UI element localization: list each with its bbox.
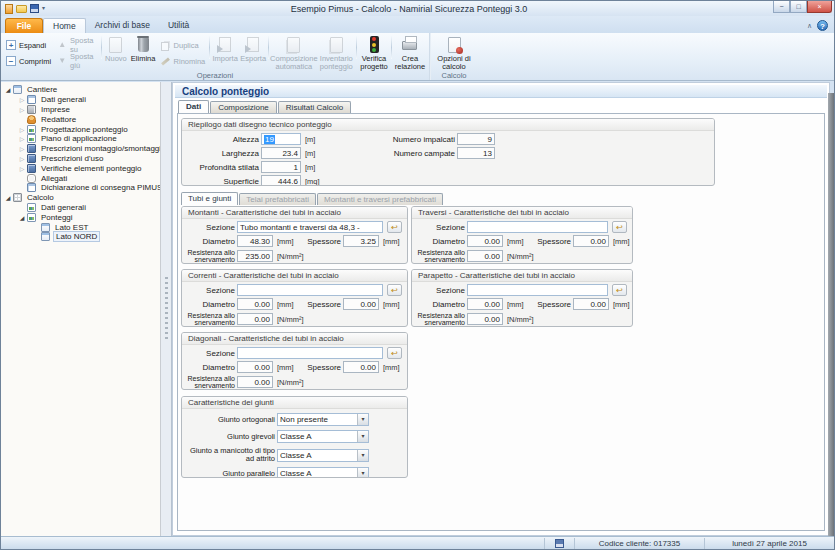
chevron-down-icon[interactable]: ▾ [357, 450, 368, 461]
save-icon[interactable] [30, 4, 39, 13]
campate-input[interactable]: 13 [457, 147, 495, 159]
panel-splitter[interactable] [161, 82, 172, 536]
comprimi-button[interactable]: − Comprimi [3, 54, 54, 68]
tree-item-calcolo[interactable]: ◢ Calcolo [1, 193, 160, 203]
spessore-input[interactable]: 0.00 [573, 235, 609, 247]
profondita-input[interactable]: 1 [261, 161, 301, 173]
diametro-input[interactable]: 0.00 [467, 235, 503, 247]
sposta-giu-button[interactable]: ▼ Sposta giù [54, 54, 100, 68]
diametro-input[interactable]: 0.00 [467, 298, 503, 310]
tab-home[interactable]: Home [43, 18, 86, 33]
tree-collapsed-icon[interactable]: ▷ [18, 126, 26, 133]
tree-collapsed-icon[interactable]: ▷ [18, 145, 26, 152]
sezione-picker-button[interactable]: ↩ [612, 221, 627, 233]
tree-item-progettazione-ponteggio[interactable]: ▷ Progettazione ponteggio [1, 124, 160, 134]
tab-risultati-calcolo[interactable]: Risultati Calcolo [278, 101, 351, 113]
crea-relazione-button[interactable]: Crea relazione [393, 34, 427, 71]
giunto-parallelo-select[interactable]: Classe A ▾ [277, 467, 369, 478]
snervamento-input[interactable]: 0.00 [237, 313, 273, 325]
snervamento-input[interactable]: 235.00 [237, 250, 273, 262]
tree-collapsed-icon[interactable]: ▷ [18, 135, 26, 142]
diametro-input[interactable]: 0.00 [237, 298, 273, 310]
importa-button[interactable]: Importa [211, 34, 239, 63]
tree-collapsed-icon[interactable]: ▷ [18, 165, 26, 172]
esporta-button[interactable]: Esporta [239, 34, 267, 63]
giunto-ortogonali-select[interactable]: Non presente ▾ [277, 413, 369, 426]
altezza-input[interactable]: 19 [261, 133, 301, 145]
sezione-input[interactable] [467, 284, 608, 296]
new-document-icon[interactable] [5, 4, 13, 14]
espandi-button[interactable]: + Espandi [3, 38, 54, 52]
snervamento-input[interactable]: 0.00 [467, 250, 503, 262]
tab-dati[interactable]: Dati [178, 100, 209, 113]
close-button[interactable]: × [807, 1, 832, 13]
spessore-input[interactable]: 0.00 [573, 298, 609, 310]
composizione-automatica-button[interactable]: Composizione automatica [270, 34, 318, 71]
snervamento-input[interactable]: 0.00 [237, 376, 273, 388]
ribbon-collapse-icon[interactable]: ∧ [807, 22, 812, 30]
open-folder-icon[interactable] [16, 5, 27, 13]
tree-item-prescrizioni-duso[interactable]: ▷ Prescrizioni d'uso [1, 154, 160, 164]
unit-mm: [mm] [277, 237, 295, 246]
tab-composizione[interactable]: Composizione [210, 101, 277, 113]
elimina-button[interactable]: Elimina [129, 34, 158, 63]
duplica-button[interactable]: Duplica [158, 38, 209, 52]
larghezza-input[interactable]: 23.4 [261, 147, 301, 159]
tree-item-ponteggi[interactable]: ◢ Ponteggi [1, 212, 160, 222]
chevron-down-icon[interactable]: ▾ [357, 431, 368, 442]
sezione-input[interactable] [467, 221, 608, 233]
chevron-down-icon[interactable]: ▾ [357, 414, 368, 425]
superficie-input[interactable]: 444.6 [261, 175, 301, 186]
diametro-input[interactable]: 48.30 [237, 235, 273, 247]
traffic-light-icon [365, 35, 383, 54]
diametro-input[interactable]: 0.00 [237, 361, 273, 373]
tree-item-redattore[interactable]: Redattore [1, 114, 160, 124]
opzioni-di-calcolo-button[interactable]: Opzioni di calcolo [433, 34, 475, 71]
verifica-progetto-button[interactable]: Verifica progetto [358, 34, 390, 71]
ribbon-group-operazioni: + Espandi − Comprimi ▲ Sposta su ▼ Spost… [1, 33, 429, 80]
tree-item-dati-generali[interactable]: ▷ Dati generali [1, 95, 160, 105]
tree-item-lato-nord[interactable]: Lato NORD [1, 232, 160, 242]
sezione-input[interactable] [237, 284, 383, 296]
giunto-girevoli-select[interactable]: Classe A ▾ [277, 430, 369, 443]
spessore-input[interactable]: 3.25 [343, 235, 379, 247]
tree-collapsed-icon[interactable]: ▷ [18, 106, 26, 113]
spessore-input[interactable]: 0.00 [343, 361, 379, 373]
giunto-manicotto-select[interactable]: Classe A ▾ [277, 449, 369, 462]
tree-expanded-icon[interactable]: ◢ [18, 214, 26, 221]
tab-utilita[interactable]: Utilità [159, 18, 198, 33]
tree-item-verifiche-elementi[interactable]: ▷ Verifiche elementi ponteggio [1, 163, 160, 173]
tree-item-dichiarazione-pimus[interactable]: Dichiarazione di consegna PIMUS [1, 183, 160, 193]
tree-expanded-icon[interactable]: ◢ [4, 194, 12, 201]
sezione-picker-button[interactable]: ↩ [387, 284, 402, 296]
tree-item-allegati[interactable]: Allegati [1, 173, 160, 183]
tree-item-prescrizioni-montaggio[interactable]: ▷ Prescrizioni montaggio/smontaggio [1, 144, 160, 154]
help-icon[interactable]: ? [817, 20, 828, 31]
sezione-input[interactable]: Tubo montanti e traversi da 48,3 - S235 [237, 221, 383, 233]
sposta-su-button[interactable]: ▲ Sposta su [54, 38, 100, 52]
snervamento-input[interactable]: 0.00 [467, 313, 503, 325]
inventario-ponteggio-button[interactable]: Inventario ponteggio [318, 34, 355, 71]
tab-archivi-di-base[interactable]: Archivi di base [86, 18, 159, 33]
chevron-down-icon[interactable]: ▾ [357, 468, 368, 478]
impalcati-input[interactable]: 9 [457, 133, 495, 145]
maximize-button[interactable]: □ [790, 1, 807, 13]
tree-item-imprese[interactable]: ▷ Imprese [1, 105, 160, 115]
tree-expanded-icon[interactable]: ◢ [4, 86, 12, 93]
tree-collapsed-icon[interactable]: ▷ [18, 96, 26, 103]
rinomina-button[interactable]: Rinomina [158, 54, 209, 68]
sezione-picker-button[interactable]: ↩ [387, 221, 402, 233]
tab-tubi-e-giunti[interactable]: Tubi e giunti [181, 192, 238, 205]
tree-item-cantiere[interactable]: ◢ Cantiere [1, 85, 160, 95]
tree-item-calcolo-dati-generali[interactable]: Dati generali [1, 203, 160, 213]
spessore-input[interactable]: 0.00 [343, 298, 379, 310]
file-tab[interactable]: File [5, 18, 43, 33]
sezione-input[interactable] [237, 347, 383, 359]
minimize-button[interactable]: − [773, 1, 790, 13]
nuovo-button[interactable]: Nuovo [103, 34, 128, 63]
sezione-picker-button[interactable]: ↩ [387, 347, 402, 359]
ribbon-group-calcolo: Opzioni di calcolo Calcolo [431, 33, 477, 80]
sezione-picker-button[interactable]: ↩ [612, 284, 627, 296]
tree-item-piano-di-applicazione[interactable]: ▷ Piano di applicazione [1, 134, 160, 144]
tree-collapsed-icon[interactable]: ▷ [18, 155, 26, 162]
